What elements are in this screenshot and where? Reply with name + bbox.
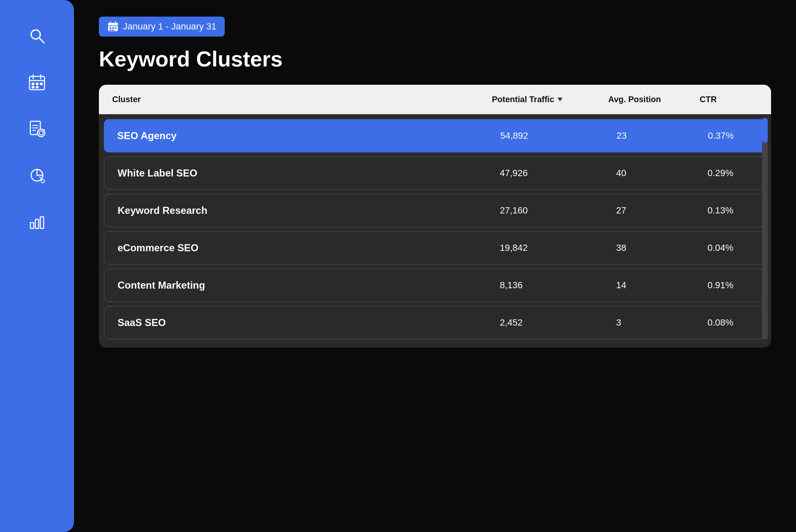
table-row[interactable]: eCommerce SEO 19,842 38 0.04%: [104, 231, 766, 265]
cell-position-2: 27: [609, 205, 701, 216]
sidebar: [0, 0, 74, 532]
svg-rect-35: [112, 29, 114, 31]
cell-position-1: 40: [609, 168, 701, 179]
date-range-pill[interactable]: January 1 - January 31: [99, 17, 225, 37]
sidebar-item-report[interactable]: [26, 118, 48, 140]
cell-position-0: 23: [610, 130, 701, 141]
sort-arrow-icon: [558, 98, 563, 101]
cell-cluster-2: Keyword Research: [111, 205, 493, 216]
svg-rect-7: [36, 83, 38, 85]
cell-position-4: 14: [609, 280, 701, 291]
cell-traffic-0: 54,892: [494, 130, 610, 141]
table-row[interactable]: SEO Agency 54,892 23 0.37%: [104, 119, 766, 152]
cell-cluster-1: White Label SEO: [111, 167, 493, 179]
cell-position-3: 38: [609, 243, 701, 253]
cell-cluster-3: eCommerce SEO: [111, 242, 493, 254]
cell-traffic-3: 19,842: [493, 243, 609, 253]
sidebar-item-chart[interactable]: [26, 211, 48, 233]
table-body: SEO Agency 54,892 23 0.37% White Label S…: [99, 114, 771, 348]
svg-rect-32: [112, 27, 114, 29]
svg-rect-31: [110, 27, 111, 29]
cell-cluster-5: SaaS SEO: [111, 317, 493, 329]
sidebar-item-analytics[interactable]: [26, 164, 48, 186]
svg-rect-10: [36, 86, 38, 88]
svg-rect-27: [108, 23, 118, 26]
svg-rect-24: [35, 219, 39, 228]
cell-cluster-0: SEO Agency: [111, 130, 494, 142]
table-row[interactable]: Content Marketing 8,136 14 0.91%: [104, 269, 766, 302]
main-content: January 1 - January 31 Keyword Clusters …: [74, 0, 796, 532]
scrollbar-thumb[interactable]: [762, 118, 768, 143]
table-row[interactable]: Keyword Research 27,160 27 0.13%: [104, 194, 766, 227]
svg-rect-9: [32, 86, 34, 88]
svg-rect-8: [40, 83, 42, 85]
cell-traffic-1: 47,926: [493, 168, 609, 179]
scrollbar-track[interactable]: [762, 118, 768, 339]
cell-ctr-4: 0.91%: [701, 280, 759, 291]
svg-rect-23: [30, 223, 34, 228]
cell-ctr-0: 0.37%: [701, 130, 759, 141]
keyword-clusters-table: Cluster Potential Traffic Avg. Position …: [99, 85, 771, 348]
svg-rect-25: [40, 217, 44, 228]
sidebar-item-calendar[interactable]: [26, 71, 48, 93]
cell-cluster-4: Content Marketing: [111, 279, 493, 291]
col-ctr-header: CTR: [700, 95, 758, 104]
cell-traffic-2: 27,160: [493, 205, 609, 216]
table-header: Cluster Potential Traffic Avg. Position …: [99, 85, 771, 114]
cell-ctr-3: 0.04%: [701, 243, 759, 253]
svg-line-1: [39, 38, 44, 43]
sidebar-item-search[interactable]: [26, 25, 48, 47]
cell-traffic-5: 2,452: [493, 317, 609, 328]
date-range-label: January 1 - January 31: [123, 21, 216, 32]
page-title: Keyword Clusters: [99, 47, 771, 71]
svg-rect-34: [110, 29, 111, 31]
svg-point-21: [41, 179, 44, 183]
calendar-icon: [107, 21, 119, 32]
cell-ctr-2: 0.13%: [701, 205, 759, 216]
col-cluster-header: Cluster: [112, 95, 492, 104]
table-row[interactable]: SaaS SEO 2,452 3 0.08%: [104, 306, 766, 339]
cell-ctr-5: 0.08%: [701, 317, 759, 328]
col-potential-traffic-header[interactable]: Potential Traffic: [492, 95, 608, 104]
svg-rect-33: [115, 27, 116, 29]
col-avg-position-header: Avg. Position: [608, 95, 700, 104]
svg-rect-6: [32, 83, 34, 85]
cell-position-5: 3: [609, 317, 701, 328]
cell-ctr-1: 0.29%: [701, 168, 759, 179]
svg-line-22: [39, 177, 42, 179]
cell-traffic-4: 8,136: [493, 280, 609, 291]
table-row[interactable]: White Label SEO 47,926 40 0.29%: [104, 157, 766, 190]
